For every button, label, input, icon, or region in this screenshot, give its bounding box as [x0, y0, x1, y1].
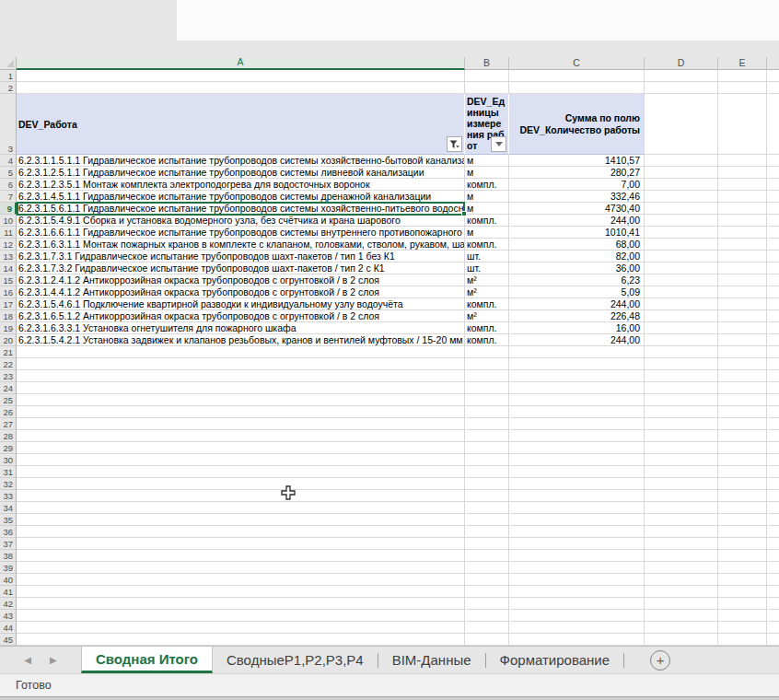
grid-cell[interactable]	[767, 406, 779, 418]
grid-cell[interactable]	[509, 430, 645, 442]
grid-cell[interactable]	[718, 82, 767, 94]
grid-cell[interactable]	[509, 634, 645, 646]
grid-cell[interactable]	[645, 358, 718, 370]
row-header[interactable]: 20	[0, 334, 17, 346]
grid-cell[interactable]	[509, 394, 645, 406]
grid-cell[interactable]	[767, 394, 779, 406]
row-header[interactable]: 3	[0, 94, 17, 155]
row-header[interactable]: 16	[0, 286, 17, 298]
cell-work[interactable]: 6.2.3.1.2.3.5.1 Монтаж комплекта электро…	[17, 179, 465, 191]
grid-cell[interactable]	[718, 370, 767, 382]
grid-cell[interactable]	[509, 418, 645, 430]
cell-work[interactable]: 6.2.3.1.7.3.2 Гидравлическое испытание т…	[17, 262, 465, 274]
grid-cell[interactable]	[767, 274, 779, 286]
row-header[interactable]: 38	[0, 550, 17, 562]
grid-cell[interactable]	[465, 382, 509, 394]
grid-cell[interactable]	[718, 574, 767, 586]
grid-cell[interactable]	[465, 502, 509, 514]
grid-cell[interactable]	[509, 442, 645, 454]
cell-unit[interactable]: компл.	[465, 239, 509, 251]
grid-cell[interactable]	[465, 586, 509, 598]
cell-work[interactable]: 6.2.3.1.5.4.6.1 Подключение квартирной р…	[17, 298, 465, 310]
grid-cell[interactable]	[465, 346, 509, 358]
grid-cell[interactable]	[767, 586, 779, 598]
grid-cell[interactable]	[465, 574, 509, 586]
grid-cell[interactable]	[718, 526, 767, 538]
grid-cell[interactable]	[767, 610, 779, 622]
row-header[interactable]: 10	[0, 215, 17, 227]
grid-cell[interactable]	[645, 502, 718, 514]
cell-work[interactable]: 6.2.3.1.6.3.3.1 Установка огнетушителя д…	[17, 322, 465, 334]
grid-cell[interactable]	[718, 322, 767, 334]
cell-work[interactable]: 6.2.3.1.5.6.1.1 Гидравлическое испытание…	[17, 203, 465, 215]
grid-cell[interactable]	[718, 394, 767, 406]
grid-cell[interactable]	[645, 70, 718, 82]
grid-cell[interactable]	[718, 251, 767, 262]
cell-work[interactable]: 6.2.3.1.6.3.1.1 Монтаж пожарных кранов в…	[17, 239, 465, 251]
row-header[interactable]: 21	[0, 346, 17, 358]
cell-unit[interactable]: м	[465, 203, 509, 215]
grid-cell[interactable]	[17, 550, 465, 562]
grid-cell[interactable]	[17, 70, 465, 82]
cell-unit[interactable]: м²	[465, 286, 509, 298]
row-header[interactable]: 30	[0, 454, 17, 466]
grid-cell[interactable]	[645, 526, 718, 538]
grid-cell[interactable]	[645, 514, 718, 526]
grid-cell[interactable]	[465, 562, 509, 574]
cell-work[interactable]: 6.2.3.1.6.5.1.2 Антикоррозийная окраска …	[17, 310, 465, 322]
row-header[interactable]: 25	[0, 394, 17, 406]
grid-cell[interactable]	[465, 490, 509, 502]
grid-cell[interactable]	[645, 478, 718, 490]
pivot-header-values-cell[interactable]: Сумма по полю DEV_Количество работы	[509, 94, 645, 155]
grid-cell[interactable]	[645, 370, 718, 382]
grid-cell[interactable]	[465, 514, 509, 526]
column-header-partial[interactable]	[767, 57, 779, 70]
grid-cell[interactable]	[17, 598, 465, 610]
grid-cell[interactable]	[767, 191, 779, 203]
grid-cell[interactable]	[465, 394, 509, 406]
grid-cell[interactable]	[767, 82, 779, 94]
row-header[interactable]: 11	[0, 227, 17, 239]
grid-cell[interactable]	[509, 466, 645, 478]
grid-cell[interactable]	[465, 370, 509, 382]
grid-cell[interactable]	[767, 418, 779, 430]
row-header[interactable]: 34	[0, 502, 17, 514]
pivot-header-unit-cell[interactable]: DEV_Единицы измерения работ	[465, 94, 509, 155]
cell-qty[interactable]: 244,00	[509, 215, 645, 227]
row-header[interactable]: 19	[0, 322, 17, 334]
row-header[interactable]: 28	[0, 430, 17, 442]
grid-cell[interactable]	[767, 239, 779, 251]
grid-cell[interactable]	[718, 155, 767, 167]
row-header[interactable]: 14	[0, 262, 17, 274]
grid-cell[interactable]	[509, 538, 645, 550]
grid-cell[interactable]	[645, 598, 718, 610]
grid-cell[interactable]	[645, 586, 718, 598]
grid-cell[interactable]	[718, 430, 767, 442]
grid-cell[interactable]	[718, 514, 767, 526]
grid-cell[interactable]	[718, 466, 767, 478]
grid-cell[interactable]	[465, 622, 509, 634]
grid-cell[interactable]	[767, 179, 779, 191]
grid-cell[interactable]	[645, 454, 718, 466]
grid-cell[interactable]	[767, 490, 779, 502]
row-header[interactable]: 37	[0, 538, 17, 550]
column-header-d[interactable]: D	[645, 57, 718, 70]
grid-cell[interactable]	[645, 215, 718, 227]
grid-cell[interactable]	[718, 454, 767, 466]
grid-cell[interactable]	[17, 82, 465, 94]
grid-cell[interactable]	[465, 550, 509, 562]
select-all-corner[interactable]	[0, 57, 17, 70]
grid-cell[interactable]	[465, 610, 509, 622]
grid-cell[interactable]	[718, 94, 767, 155]
grid-cell[interactable]	[17, 466, 465, 478]
cell-unit[interactable]: м²	[465, 274, 509, 286]
grid-cell[interactable]	[645, 298, 718, 310]
grid-cell[interactable]	[645, 191, 718, 203]
cell-qty[interactable]: 5,09	[509, 286, 645, 298]
grid-cell[interactable]	[17, 418, 465, 430]
grid-cell[interactable]	[718, 70, 767, 82]
grid-cell[interactable]	[17, 442, 465, 454]
unit-dropdown-button[interactable]	[491, 136, 506, 152]
grid-cell[interactable]	[17, 610, 465, 622]
cell-qty[interactable]: 16,00	[509, 322, 645, 334]
